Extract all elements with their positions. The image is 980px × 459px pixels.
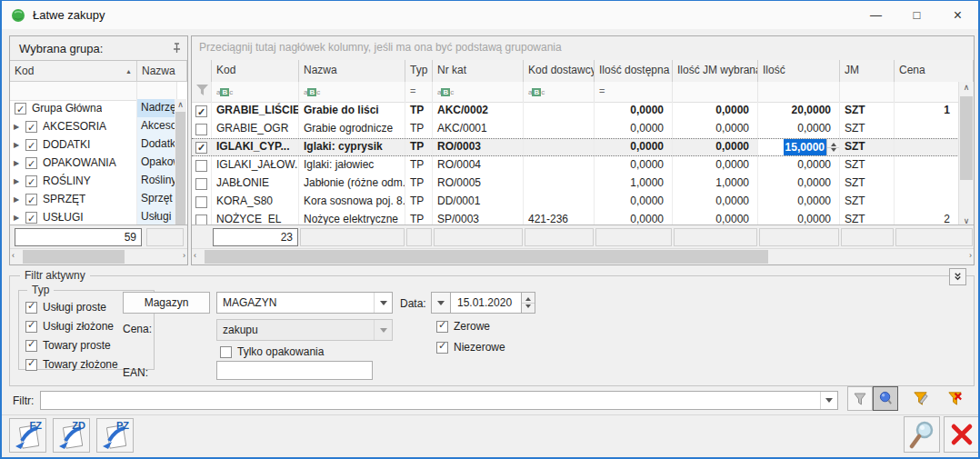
tree-row[interactable]: ▶USŁUGIUsługi: [10, 208, 177, 226]
zd-button[interactable]: ZD: [53, 418, 90, 453]
tree-vertical-scrollbar[interactable]: ∧ ∨: [175, 99, 186, 244]
grid-column-header-kod-dostawcy[interactable]: Kod dostawcy: [524, 60, 595, 82]
checkbox[interactable]: [25, 321, 37, 333]
grid-filter-cell[interactable]: aBc: [524, 82, 595, 102]
expander-icon[interactable]: ▶: [14, 155, 25, 172]
typ-option-checkbox[interactable]: Towary złożone: [25, 358, 118, 371]
grid-cell[interactable]: Grabie do liści: [299, 102, 405, 120]
grid-column-header-ilo-jm-wybrana[interactable]: Ilość JM wybrana: [673, 60, 758, 82]
expander-icon[interactable]: ▶: [14, 191, 25, 208]
grid-cell[interactable]: TP: [405, 156, 433, 175]
tree-kod-cell[interactable]: ▶DODATKI: [10, 135, 137, 154]
maximize-button[interactable]: □: [896, 1, 937, 29]
spinner-up-icon[interactable]: [522, 293, 535, 304]
spinner-down-icon[interactable]: [827, 148, 839, 156]
grid-row[interactable]: IGLAKI_JAŁOW...Iglaki: jałowiecTPRO/0004…: [192, 156, 959, 175]
scrollbar-thumb[interactable]: [205, 250, 768, 264]
tree-filter-cell-kod[interactable]: [10, 82, 137, 100]
row-checkbox[interactable]: [195, 124, 207, 135]
tree-kod-cell[interactable]: ▶ROŚLINY: [10, 172, 137, 190]
grid-cell[interactable]: JABŁONIE: [212, 175, 299, 193]
grid-cell[interactable]: [524, 139, 595, 155]
grid-cell[interactable]: GRABIE_LIŚCIE: [212, 102, 299, 120]
grid-cell[interactable]: 0,0000: [673, 156, 758, 175]
tree-row-checkbox[interactable]: [25, 121, 37, 133]
grid-cell[interactable]: SZT: [840, 120, 895, 138]
search-button[interactable]: [904, 416, 940, 453]
grid-cell[interactable]: RO/0005: [433, 175, 524, 193]
tree-row-checkbox[interactable]: [25, 212, 37, 224]
grid-cell[interactable]: 0,0000: [758, 156, 840, 175]
checkbox[interactable]: [25, 302, 37, 314]
pz-button[interactable]: PZ: [96, 418, 134, 453]
grid-cell[interactable]: 0,0000: [595, 120, 673, 138]
fz-button[interactable]: FZ: [9, 418, 46, 453]
grid-cell[interactable]: Jabłonie (różne odm...: [299, 175, 405, 193]
tree-nazwa-cell[interactable]: Sprzęt: [137, 190, 177, 208]
grid-cell[interactable]: TP: [405, 193, 433, 211]
grid-cell[interactable]: 0,0000: [595, 102, 673, 120]
tree-row-checkbox[interactable]: [25, 139, 37, 151]
grid-cell[interactable]: [524, 175, 595, 193]
tree-row-checkbox[interactable]: [25, 175, 37, 187]
tree-nazwa-cell[interactable]: Akcesoria: [137, 117, 177, 135]
grid-column-header-nr-kat[interactable]: Nr kat: [433, 60, 524, 82]
tylko-opakowania-checkbox[interactable]: Tylko opakowania: [220, 345, 324, 358]
grid-column-header-select[interactable]: [192, 60, 212, 82]
grid-row[interactable]: GRABIE_LIŚCIEGrabie do liściTPAKC/00020,…: [192, 102, 959, 120]
niezerowe-checkbox[interactable]: Niezerowe: [436, 341, 505, 354]
scroll-up-icon[interactable]: ∧: [175, 99, 186, 111]
grid-cell[interactable]: TP: [405, 102, 433, 120]
grid-cell[interactable]: 0,0000: [673, 120, 758, 138]
close-button[interactable]: [944, 416, 980, 453]
grid-cell[interactable]: [895, 156, 959, 175]
tree-row-checkbox[interactable]: [25, 157, 37, 169]
grid-cell[interactable]: 0,0000: [758, 193, 840, 211]
typ-option-checkbox[interactable]: Towary proste: [25, 339, 118, 352]
grid-select-cell[interactable]: [192, 139, 212, 155]
grid-cell[interactable]: SZT: [840, 139, 895, 155]
checkbox[interactable]: [220, 346, 232, 358]
grid-column-header-cena[interactable]: Cena: [895, 60, 974, 82]
grid-select-cell[interactable]: [192, 120, 212, 138]
grid-filter-cell[interactable]: aBc: [299, 82, 405, 102]
grid-cell[interactable]: GRABIE_OGR: [212, 120, 299, 138]
tree-row[interactable]: ▶OPAKOWANIAOpakowania: [10, 154, 177, 172]
grid-cell[interactable]: Iglaki: cyprysik: [299, 139, 405, 155]
date-field[interactable]: 15.01.2020: [451, 292, 522, 314]
scroll-right-icon[interactable]: ›: [183, 250, 185, 262]
grid-filter-cell[interactable]: [758, 82, 840, 102]
scrollbar-thumb[interactable]: [23, 250, 125, 264]
grid-cell[interactable]: KORA_S80: [212, 193, 299, 211]
grid-filter-cell[interactable]: [840, 82, 895, 102]
tree-nazwa-cell[interactable]: Dodatki: [137, 135, 177, 154]
tree-kod-cell[interactable]: ▶USŁUGI: [10, 208, 137, 226]
grid-row[interactable]: IGLAKI_CYP...Iglaki: cyprysikTPRO/00030,…: [192, 138, 959, 156]
tree-row[interactable]: ▶SPRZĘTSprzęt: [10, 190, 177, 208]
grid-filter-cell[interactable]: [673, 82, 758, 102]
pin-filter-button[interactable]: [873, 386, 898, 411]
grid-cell[interactable]: 0,0000: [758, 175, 840, 193]
magazyn-combobox[interactable]: MAGAZYN: [216, 292, 393, 314]
grid-filter-cell[interactable]: [192, 82, 212, 102]
grid-select-cell[interactable]: [192, 156, 212, 175]
grid-cell[interactable]: [524, 193, 595, 211]
grid-cell[interactable]: IGLAKI_JAŁOW...: [212, 156, 299, 175]
grid-column-header-ilo-dost-pna[interactable]: Ilość dostępna: [595, 60, 673, 82]
ean-input[interactable]: [216, 361, 373, 380]
tree-kod-cell[interactable]: ▶SPRZĘT: [10, 190, 137, 208]
grid-cell[interactable]: SZT: [840, 175, 895, 193]
grid-cell[interactable]: 0,0000: [595, 156, 673, 175]
row-checkbox[interactable]: [195, 160, 207, 172]
grid-cell[interactable]: 0,0000: [673, 193, 758, 211]
grid-filter-cell[interactable]: aBc: [433, 82, 524, 102]
expander-icon[interactable]: ▶: [14, 173, 25, 190]
tree-column-header-kod[interactable]: Kod ▲: [10, 61, 137, 81]
date-dropdown-button[interactable]: [431, 292, 451, 314]
grid-cell[interactable]: 0,0000: [595, 193, 673, 211]
checkbox[interactable]: [25, 340, 37, 352]
grid-cell[interactable]: 0,0000: [673, 102, 758, 120]
grid-cell[interactable]: 0,0000: [673, 139, 758, 155]
magazyn-button[interactable]: Magazyn: [123, 292, 210, 314]
tree-kod-cell[interactable]: ▶OPAKOWANIA: [10, 154, 137, 172]
